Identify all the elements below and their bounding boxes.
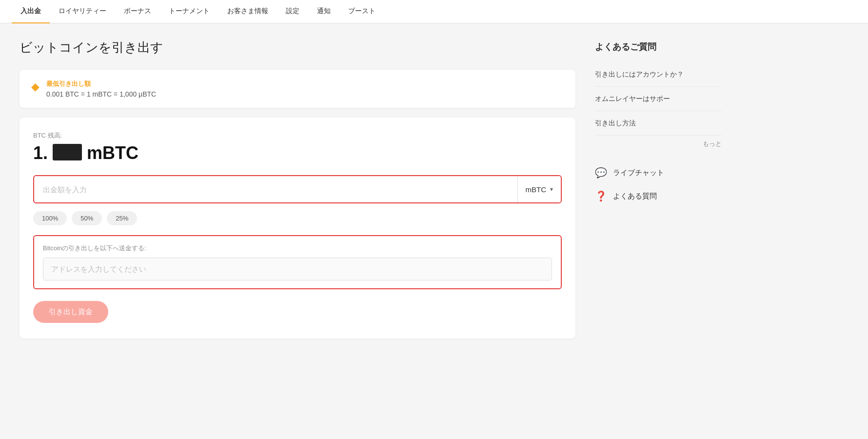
chat-icon: 💬 [595, 167, 607, 179]
info-text-group: 最低引き出し額 0.001 BTC = 1 mBTC = 1,000 μBTC [46, 80, 156, 98]
question-icon: ❓ [595, 190, 607, 202]
pct-100-button[interactable]: 100% [33, 211, 67, 225]
warning-icon: ◆ [31, 80, 39, 93]
info-value: 0.001 BTC = 1 mBTC = 1,000 μBTC [46, 90, 156, 98]
faq-support-item[interactable]: ❓ よくある質問 [595, 185, 722, 207]
page-title: ビットコインを引き出す [20, 39, 575, 56]
nav-item-deposit[interactable]: 入出金 [12, 0, 50, 23]
faq-item-0[interactable]: 引き出しにはアカウントか？ [595, 62, 722, 87]
nav-item-tournament[interactable]: トーナメント [160, 0, 218, 23]
faq-support-label: よくある質問 [613, 192, 657, 201]
info-label: 最低引き出し額 [46, 80, 156, 88]
live-chat-item[interactable]: 💬 ライブチャット [595, 162, 722, 183]
chevron-down-icon: ▾ [550, 186, 553, 193]
address-label: Bitcoinの引き出しを以下へ送金する: [43, 244, 552, 253]
page-wrapper: ビットコインを引き出す ◆ 最低引き出し額 0.001 BTC = 1 mBTC… [0, 23, 868, 354]
balance-label: BTC 残高: [33, 131, 562, 140]
unit-selector[interactable]: mBTC ▾ [517, 176, 561, 202]
balance-redacted [53, 144, 82, 160]
address-input[interactable] [43, 258, 552, 280]
pct-25-button[interactable]: 25% [107, 211, 137, 225]
top-nav: 入出金 ロイヤリティー ボーナス トーナメント お客さま情報 設定 通知 ブース… [0, 0, 868, 23]
form-card: BTC 残高: 1. mBTC mBTC ▾ 100% 50% 25% [20, 118, 575, 339]
amount-input[interactable] [34, 178, 517, 201]
nav-item-settings[interactable]: 設定 [277, 0, 308, 23]
amount-input-row: mBTC ▾ [33, 175, 562, 203]
nav-item-notifications[interactable]: 通知 [308, 0, 339, 23]
sidebar: よくあるご質問 引き出しにはアカウントか？ オムニレイヤーはサポー 引き出し方法… [595, 39, 722, 339]
unit-label: mBTC [526, 185, 547, 194]
balance-value: 1. mBTC [33, 143, 562, 163]
faq-item-2[interactable]: 引き出し方法 [595, 111, 722, 136]
info-card: ◆ 最低引き出し額 0.001 BTC = 1 mBTC = 1,000 μBT… [20, 70, 575, 108]
pct-50-button[interactable]: 50% [72, 211, 102, 225]
balance-unit: mBTC [87, 143, 138, 163]
faq-more[interactable]: もっと [595, 136, 722, 158]
balance-prefix: 1. [33, 143, 48, 163]
nav-item-loyalty[interactable]: ロイヤリティー [50, 0, 115, 23]
main-content: ビットコインを引き出す ◆ 最低引き出し額 0.001 BTC = 1 mBTC… [20, 39, 575, 339]
faq-item-1[interactable]: オムニレイヤーはサポー [595, 87, 722, 111]
support-items: 💬 ライブチャット ❓ よくある質問 [595, 162, 722, 207]
nav-item-customer-info[interactable]: お客さま情報 [218, 0, 277, 23]
pct-buttons: 100% 50% 25% [33, 211, 562, 225]
address-section: Bitcoinの引き出しを以下へ送金する: [33, 235, 562, 289]
submit-button[interactable]: 引き出し資金 [33, 301, 108, 323]
nav-item-bonus[interactable]: ボーナス [115, 0, 160, 23]
nav-item-boost[interactable]: ブースト [339, 0, 384, 23]
live-chat-label: ライブチャット [613, 168, 664, 178]
sidebar-title: よくあるご質問 [595, 41, 722, 53]
